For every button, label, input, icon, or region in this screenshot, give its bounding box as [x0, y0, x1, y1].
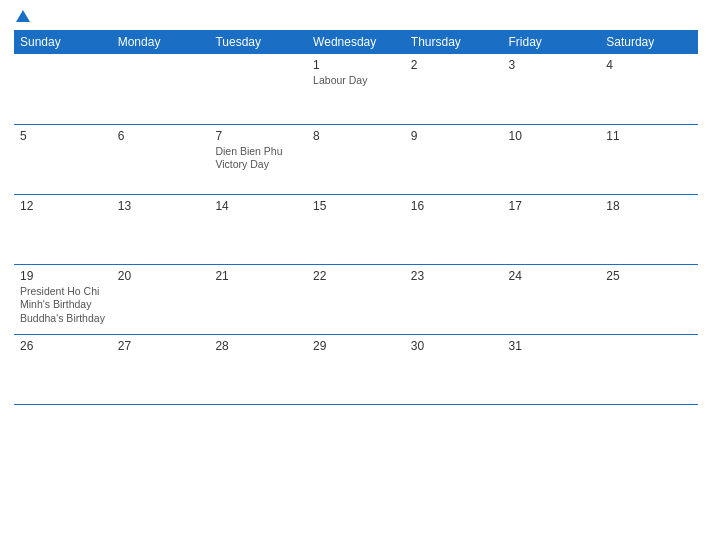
calendar-cell: 18 — [600, 194, 698, 264]
calendar-cell: 21 — [209, 264, 307, 334]
holiday-label: Dien Bien Phu — [215, 145, 301, 159]
calendar-body: 1Labour Day234567Dien Bien PhuVictory Da… — [14, 54, 698, 404]
day-number: 5 — [20, 129, 106, 143]
day-number: 27 — [118, 339, 204, 353]
page: SundayMondayTuesdayWednesdayThursdayFrid… — [0, 0, 712, 550]
day-number: 31 — [509, 339, 595, 353]
day-number: 29 — [313, 339, 399, 353]
calendar-cell: 28 — [209, 334, 307, 404]
calendar-cell — [112, 54, 210, 124]
weekday-header-tuesday: Tuesday — [209, 30, 307, 54]
calendar-header: SundayMondayTuesdayWednesdayThursdayFrid… — [14, 30, 698, 54]
calendar-cell: 1Labour Day — [307, 54, 405, 124]
calendar-cell: 13 — [112, 194, 210, 264]
day-number: 28 — [215, 339, 301, 353]
calendar-cell — [209, 54, 307, 124]
day-number: 4 — [606, 58, 692, 72]
weekday-header-row: SundayMondayTuesdayWednesdayThursdayFrid… — [14, 30, 698, 54]
weekday-header-sunday: Sunday — [14, 30, 112, 54]
calendar-week-3: 12131415161718 — [14, 194, 698, 264]
calendar-week-1: 1Labour Day234 — [14, 54, 698, 124]
calendar-week-2: 567Dien Bien PhuVictory Day891011 — [14, 124, 698, 194]
calendar-week-5: 262728293031 — [14, 334, 698, 404]
day-number: 7 — [215, 129, 301, 143]
calendar-cell — [14, 54, 112, 124]
weekday-header-saturday: Saturday — [600, 30, 698, 54]
day-number: 21 — [215, 269, 301, 283]
calendar-cell: 24 — [503, 264, 601, 334]
day-number: 15 — [313, 199, 399, 213]
calendar-cell — [600, 334, 698, 404]
logo — [14, 10, 32, 22]
calendar-cell: 4 — [600, 54, 698, 124]
day-number: 26 — [20, 339, 106, 353]
calendar-cell: 8 — [307, 124, 405, 194]
logo-triangle-icon — [16, 10, 30, 22]
calendar-cell: 7Dien Bien PhuVictory Day — [209, 124, 307, 194]
calendar-cell: 2 — [405, 54, 503, 124]
calendar-cell: 12 — [14, 194, 112, 264]
header — [14, 10, 698, 22]
day-number: 13 — [118, 199, 204, 213]
day-number: 14 — [215, 199, 301, 213]
weekday-header-friday: Friday — [503, 30, 601, 54]
calendar-cell: 10 — [503, 124, 601, 194]
calendar-cell: 3 — [503, 54, 601, 124]
calendar-cell: 30 — [405, 334, 503, 404]
calendar-cell: 14 — [209, 194, 307, 264]
holiday-label: Victory Day — [215, 158, 301, 172]
day-number: 17 — [509, 199, 595, 213]
calendar-table: SundayMondayTuesdayWednesdayThursdayFrid… — [14, 30, 698, 405]
calendar-cell: 31 — [503, 334, 601, 404]
calendar-cell: 26 — [14, 334, 112, 404]
day-number: 1 — [313, 58, 399, 72]
calendar-cell: 29 — [307, 334, 405, 404]
day-number: 18 — [606, 199, 692, 213]
calendar-cell: 22 — [307, 264, 405, 334]
calendar-cell: 15 — [307, 194, 405, 264]
day-number: 23 — [411, 269, 497, 283]
day-number: 25 — [606, 269, 692, 283]
holiday-label: Buddha's Birthday — [20, 312, 106, 326]
calendar-cell: 19President Ho Chi Minh's BirthdayBuddha… — [14, 264, 112, 334]
calendar-cell: 11 — [600, 124, 698, 194]
day-number: 9 — [411, 129, 497, 143]
day-number: 12 — [20, 199, 106, 213]
calendar-cell: 5 — [14, 124, 112, 194]
day-number: 16 — [411, 199, 497, 213]
day-number: 22 — [313, 269, 399, 283]
day-number: 30 — [411, 339, 497, 353]
day-number: 2 — [411, 58, 497, 72]
day-number: 11 — [606, 129, 692, 143]
calendar-cell: 20 — [112, 264, 210, 334]
calendar-cell: 16 — [405, 194, 503, 264]
calendar-cell: 25 — [600, 264, 698, 334]
weekday-header-thursday: Thursday — [405, 30, 503, 54]
calendar-cell: 17 — [503, 194, 601, 264]
calendar-cell: 23 — [405, 264, 503, 334]
day-number: 10 — [509, 129, 595, 143]
day-number: 8 — [313, 129, 399, 143]
calendar-cell: 6 — [112, 124, 210, 194]
calendar-cell: 27 — [112, 334, 210, 404]
day-number: 19 — [20, 269, 106, 283]
holiday-label: President Ho Chi Minh's Birthday — [20, 285, 106, 312]
day-number: 24 — [509, 269, 595, 283]
holiday-label: Labour Day — [313, 74, 399, 88]
weekday-header-wednesday: Wednesday — [307, 30, 405, 54]
day-number: 6 — [118, 129, 204, 143]
calendar-cell: 9 — [405, 124, 503, 194]
day-number: 3 — [509, 58, 595, 72]
weekday-header-monday: Monday — [112, 30, 210, 54]
day-number: 20 — [118, 269, 204, 283]
calendar-week-4: 19President Ho Chi Minh's BirthdayBuddha… — [14, 264, 698, 334]
